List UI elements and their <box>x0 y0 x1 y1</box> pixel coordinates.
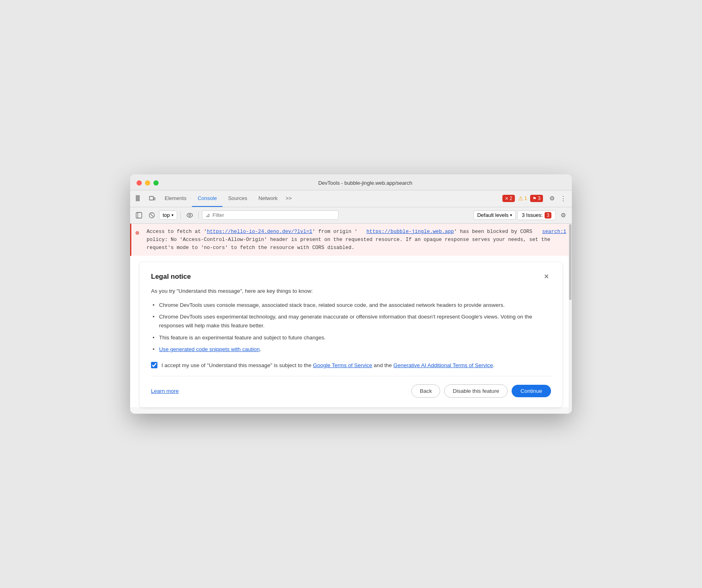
tos-link[interactable]: Google Terms of Service <box>313 362 372 368</box>
legal-notice-card: Legal notice ✕ As you try "Understand th… <box>140 262 562 408</box>
minimize-button[interactable] <box>145 180 150 186</box>
settings-icon[interactable]: ⚙ <box>546 193 557 204</box>
tab-console[interactable]: Console <box>192 190 222 207</box>
console-area: ⊗ search:1 Access to fetch at 'https://h… <box>130 224 572 414</box>
tab-elements[interactable]: Elements <box>159 190 192 207</box>
default-levels-selector[interactable]: Default levels ▾ <box>473 210 516 220</box>
svg-point-12 <box>187 213 192 217</box>
legal-bullet-2: Chrome DevTools uses experimental techno… <box>151 312 551 330</box>
svg-rect-3 <box>138 196 139 197</box>
devtools-window: DevTools - bubble-jingle.web.app/search <box>130 174 572 414</box>
error-origin-link[interactable]: https://bubble-jingle.web.app <box>367 229 454 235</box>
accept-text: I accept my use of "Understand this mess… <box>161 361 494 370</box>
error-badge[interactable]: ✕ 2 <box>502 195 515 202</box>
back-button[interactable]: Back <box>411 384 440 398</box>
legal-footer: Learn more Back Disable this feature Con… <box>151 384 551 398</box>
more-options-icon[interactable]: ⋮ <box>557 193 569 204</box>
filter-input[interactable] <box>212 212 335 218</box>
tab-sources[interactable]: Sources <box>222 190 253 207</box>
legal-bullet-3: This feature is an experimental feature … <box>151 333 551 342</box>
svg-rect-4 <box>138 198 139 199</box>
svg-rect-5 <box>138 200 139 201</box>
continue-button[interactable]: Continue <box>512 385 551 397</box>
legal-bullet-4: Use generated code snippets with caution… <box>151 345 551 354</box>
svg-rect-0 <box>136 196 137 197</box>
filter-area[interactable]: ⊿ <box>202 210 339 220</box>
error-row: ⊗ search:1 Access to fetch at 'https://h… <box>130 224 572 256</box>
divider <box>180 211 181 219</box>
warning-badge[interactable]: ⚠ 1 <box>518 195 527 202</box>
issues-badge-tab[interactable]: ⚑ 3 <box>530 195 543 202</box>
error-url-link[interactable]: https://hello-io-24.deno.dev/?lvl=1 <box>207 229 312 235</box>
warning-icon: ⚠ <box>518 195 523 202</box>
svg-point-13 <box>189 214 191 216</box>
caution-link[interactable]: Use generated code snippets with caution <box>159 346 260 352</box>
issues-count-badge: 3 <box>545 212 551 218</box>
tab-more[interactable]: >> <box>283 190 294 207</box>
svg-line-11 <box>151 214 153 216</box>
console-settings-icon[interactable]: ⚙ <box>557 210 569 221</box>
learn-more-link[interactable]: Learn more <box>151 388 179 394</box>
console-content: ⊗ search:1 Access to fetch at 'https://h… <box>130 224 572 408</box>
close-button[interactable] <box>137 180 142 186</box>
sidebar-toggle-icon[interactable] <box>133 210 145 221</box>
eye-icon[interactable] <box>184 210 195 221</box>
chevron-down-icon: ▾ <box>171 213 173 217</box>
disable-button[interactable]: Disable this feature <box>444 384 508 398</box>
svg-rect-1 <box>136 198 137 199</box>
footer-buttons: Back Disable this feature Continue <box>411 384 551 398</box>
scrollbar-thumb[interactable] <box>569 224 571 300</box>
legal-title: Legal notice <box>151 273 191 281</box>
svg-rect-8 <box>136 212 142 218</box>
tabs-row: Elements Console Sources Network >> ✕ 2 <box>130 190 572 207</box>
scrollbar-track[interactable] <box>569 224 572 414</box>
maximize-button[interactable] <box>153 180 159 186</box>
error-x-icon: ✕ <box>505 196 508 201</box>
levels-chevron-icon: ▾ <box>510 213 512 217</box>
filter-icon: ⊿ <box>206 212 210 218</box>
svg-rect-2 <box>136 200 137 201</box>
legal-intro: As you try "Understand this message", he… <box>151 287 551 295</box>
window-title: DevTools - bubble-jingle.web.app/search <box>165 180 565 186</box>
legal-header: Legal notice ✕ <box>151 272 551 282</box>
legal-bullets: Chrome DevTools uses console message, as… <box>151 301 551 354</box>
device-toggle-icon[interactable] <box>146 193 157 204</box>
accept-checkbox[interactable] <box>151 362 157 368</box>
titlebar: DevTools - bubble-jingle.web.app/search <box>130 174 572 190</box>
tab-network[interactable]: Network <box>253 190 284 207</box>
inspect-icon[interactable] <box>133 193 145 204</box>
traffic-lights <box>137 180 159 186</box>
svg-rect-7 <box>154 198 155 200</box>
clear-console-icon[interactable] <box>146 210 157 221</box>
legal-bullet-1: Chrome DevTools uses console message, as… <box>151 301 551 310</box>
issues-counter[interactable]: 3 Issues: 3 <box>517 210 556 220</box>
devtools-header: Elements Console Sources Network >> ✕ 2 <box>130 190 572 224</box>
context-selector[interactable]: top ▾ <box>159 210 177 220</box>
svg-rect-6 <box>149 196 153 200</box>
ai-tos-link[interactable]: Generative AI Additional Terms of Servic… <box>393 362 493 368</box>
issue-flag-icon: ⚑ <box>533 196 537 201</box>
divider2 <box>198 211 199 219</box>
accept-row: I accept my use of "Understand this mess… <box>151 361 551 377</box>
close-legal-button[interactable]: ✕ <box>541 272 551 282</box>
toolbar-row: top ▾ ⊿ Default levels ▾ 3 Issues: <box>130 207 572 223</box>
error-circle-icon: ⊗ <box>135 229 139 239</box>
badge-area: ✕ 2 ⚠ 1 ⚑ 3 <box>502 195 543 202</box>
error-source-link[interactable]: search:1 <box>542 228 566 236</box>
